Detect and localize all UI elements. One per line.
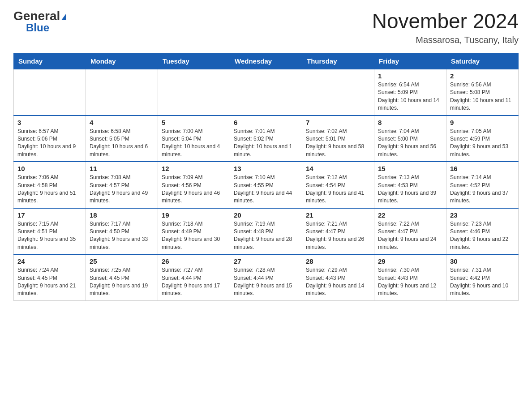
day-number: 7 [306, 119, 370, 126]
day-info: Sunrise: 7:00 AMSunset: 5:04 PMDaylight:… [162, 128, 226, 159]
day-number: 5 [162, 119, 226, 126]
day-info: Sunrise: 7:10 AMSunset: 4:55 PMDaylight:… [234, 174, 298, 205]
calendar-cell: 18Sunrise: 7:17 AMSunset: 4:50 PMDayligh… [86, 208, 158, 255]
calendar-cell: 21Sunrise: 7:21 AMSunset: 4:47 PMDayligh… [302, 208, 374, 255]
calendar-cell: 11Sunrise: 7:08 AMSunset: 4:57 PMDayligh… [86, 162, 158, 208]
calendar-cell [158, 69, 230, 116]
week-row-1: 1Sunrise: 6:54 AMSunset: 5:09 PMDaylight… [14, 69, 519, 116]
calendar-cell: 12Sunrise: 7:09 AMSunset: 4:56 PMDayligh… [158, 162, 230, 208]
day-number: 22 [378, 211, 442, 219]
day-info: Sunrise: 6:57 AMSunset: 5:06 PMDaylight:… [17, 128, 82, 159]
day-number: 27 [234, 257, 298, 265]
day-info: Sunrise: 7:28 AMSunset: 4:44 PMDaylight:… [234, 266, 298, 298]
calendar-cell: 16Sunrise: 7:14 AMSunset: 4:52 PMDayligh… [446, 162, 519, 208]
calendar-cell: 25Sunrise: 7:25 AMSunset: 4:45 PMDayligh… [86, 254, 158, 300]
day-info: Sunrise: 7:05 AMSunset: 4:59 PMDaylight:… [450, 128, 515, 159]
weekday-header-tuesday: Tuesday [158, 54, 230, 69]
day-info: Sunrise: 7:18 AMSunset: 4:49 PMDaylight:… [162, 220, 226, 252]
day-number: 30 [450, 257, 515, 265]
calendar-cell: 19Sunrise: 7:18 AMSunset: 4:49 PMDayligh… [158, 208, 230, 255]
day-info: Sunrise: 6:56 AMSunset: 5:08 PMDaylight:… [450, 81, 515, 112]
calendar-cell: 2Sunrise: 6:56 AMSunset: 5:08 PMDaylight… [446, 69, 519, 116]
calendar-cell: 7Sunrise: 7:02 AMSunset: 5:01 PMDaylight… [302, 116, 374, 162]
calendar-cell [302, 69, 374, 116]
day-number: 23 [450, 211, 515, 219]
week-row-5: 24Sunrise: 7:24 AMSunset: 4:45 PMDayligh… [14, 254, 519, 300]
logo-blue-text: Blue [26, 21, 49, 34]
logo-triangle-icon [61, 13, 66, 20]
day-number: 24 [17, 257, 82, 265]
calendar-cell: 23Sunrise: 7:23 AMSunset: 4:46 PMDayligh… [446, 208, 519, 255]
day-number: 4 [90, 119, 154, 126]
calendar-cell: 30Sunrise: 7:31 AMSunset: 4:42 PMDayligh… [446, 254, 519, 300]
calendar-cell: 29Sunrise: 7:30 AMSunset: 4:43 PMDayligh… [374, 254, 446, 300]
day-number: 15 [378, 165, 442, 172]
day-info: Sunrise: 6:54 AMSunset: 5:09 PMDaylight:… [378, 81, 442, 112]
week-row-3: 10Sunrise: 7:06 AMSunset: 4:58 PMDayligh… [14, 162, 519, 208]
weekday-header-monday: Monday [86, 54, 158, 69]
day-number: 25 [90, 257, 154, 265]
day-info: Sunrise: 7:27 AMSunset: 4:44 PMDaylight:… [162, 266, 226, 298]
calendar-cell: 5Sunrise: 7:00 AMSunset: 5:04 PMDaylight… [158, 116, 230, 162]
day-info: Sunrise: 7:02 AMSunset: 5:01 PMDaylight:… [306, 128, 370, 159]
day-number: 2 [450, 72, 515, 80]
weekday-header-row: SundayMondayTuesdayWednesdayThursdayFrid… [14, 54, 519, 69]
day-info: Sunrise: 7:13 AMSunset: 4:53 PMDaylight:… [378, 174, 442, 205]
calendar-cell: 8Sunrise: 7:04 AMSunset: 5:00 PMDaylight… [374, 116, 446, 162]
day-info: Sunrise: 7:31 AMSunset: 4:42 PMDaylight:… [450, 266, 515, 298]
day-number: 21 [306, 211, 370, 219]
calendar-cell: 3Sunrise: 6:57 AMSunset: 5:06 PMDaylight… [14, 116, 86, 162]
calendar-cell: 9Sunrise: 7:05 AMSunset: 4:59 PMDaylight… [446, 116, 519, 162]
day-number: 1 [378, 72, 442, 80]
calendar-table: SundayMondayTuesdayWednesdayThursdayFrid… [13, 53, 519, 301]
logo: General Blue [13, 9, 66, 34]
weekday-header-saturday: Saturday [446, 54, 519, 69]
day-info: Sunrise: 7:22 AMSunset: 4:47 PMDaylight:… [378, 220, 442, 252]
day-number: 26 [162, 257, 226, 265]
calendar-cell: 24Sunrise: 7:24 AMSunset: 4:45 PMDayligh… [14, 254, 86, 300]
calendar-cell [14, 69, 86, 116]
day-info: Sunrise: 7:09 AMSunset: 4:56 PMDaylight:… [162, 174, 226, 205]
day-info: Sunrise: 7:14 AMSunset: 4:52 PMDaylight:… [450, 174, 515, 205]
calendar-cell: 26Sunrise: 7:27 AMSunset: 4:44 PMDayligh… [158, 254, 230, 300]
day-number: 8 [378, 119, 442, 126]
calendar-cell: 22Sunrise: 7:22 AMSunset: 4:47 PMDayligh… [374, 208, 446, 255]
calendar-cell [230, 69, 302, 116]
calendar-cell: 17Sunrise: 7:15 AMSunset: 4:51 PMDayligh… [14, 208, 86, 255]
day-number: 20 [234, 211, 298, 219]
day-info: Sunrise: 7:30 AMSunset: 4:43 PMDaylight:… [378, 266, 442, 298]
day-info: Sunrise: 7:25 AMSunset: 4:45 PMDaylight:… [90, 266, 154, 298]
day-number: 29 [378, 257, 442, 265]
day-info: Sunrise: 7:19 AMSunset: 4:48 PMDaylight:… [234, 220, 298, 252]
day-number: 19 [162, 211, 226, 219]
calendar-cell: 13Sunrise: 7:10 AMSunset: 4:55 PMDayligh… [230, 162, 302, 208]
calendar-cell: 15Sunrise: 7:13 AMSunset: 4:53 PMDayligh… [374, 162, 446, 208]
calendar-cell: 4Sunrise: 6:58 AMSunset: 5:05 PMDaylight… [86, 116, 158, 162]
week-row-4: 17Sunrise: 7:15 AMSunset: 4:51 PMDayligh… [14, 208, 519, 255]
day-number: 3 [17, 119, 82, 126]
day-info: Sunrise: 7:12 AMSunset: 4:54 PMDaylight:… [306, 174, 370, 205]
calendar-title: November 2024 [372, 9, 519, 33]
day-number: 18 [90, 211, 154, 219]
day-info: Sunrise: 7:08 AMSunset: 4:57 PMDaylight:… [90, 174, 154, 205]
calendar-cell [86, 69, 158, 116]
calendar-cell: 20Sunrise: 7:19 AMSunset: 4:48 PMDayligh… [230, 208, 302, 255]
calendar-cell: 14Sunrise: 7:12 AMSunset: 4:54 PMDayligh… [302, 162, 374, 208]
day-number: 14 [306, 165, 370, 172]
day-info: Sunrise: 7:04 AMSunset: 5:00 PMDaylight:… [378, 128, 442, 159]
day-number: 28 [306, 257, 370, 265]
day-info: Sunrise: 6:58 AMSunset: 5:05 PMDaylight:… [90, 128, 154, 159]
calendar-subtitle: Massarosa, Tuscany, Italy [372, 35, 519, 45]
day-info: Sunrise: 7:15 AMSunset: 4:51 PMDaylight:… [17, 220, 82, 252]
day-number: 6 [234, 119, 298, 126]
calendar-cell: 6Sunrise: 7:01 AMSunset: 5:02 PMDaylight… [230, 116, 302, 162]
day-number: 11 [90, 165, 154, 172]
day-number: 17 [17, 211, 82, 219]
calendar-cell: 1Sunrise: 6:54 AMSunset: 5:09 PMDaylight… [374, 69, 446, 116]
week-row-2: 3Sunrise: 6:57 AMSunset: 5:06 PMDaylight… [14, 116, 519, 162]
day-number: 10 [17, 165, 82, 172]
day-number: 16 [450, 165, 515, 172]
day-info: Sunrise: 7:29 AMSunset: 4:43 PMDaylight:… [306, 266, 370, 298]
day-info: Sunrise: 7:01 AMSunset: 5:02 PMDaylight:… [234, 128, 298, 159]
page-header: General Blue November 2024 Massarosa, Tu… [13, 9, 519, 45]
